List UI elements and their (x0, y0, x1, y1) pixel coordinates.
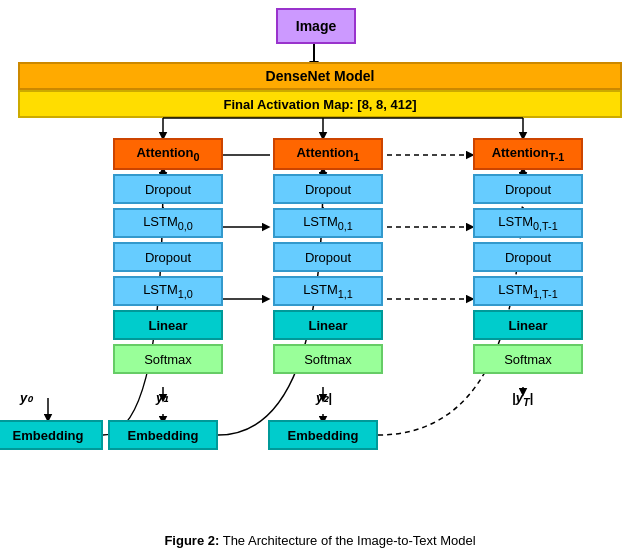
dropout-1-t1-box: Dropout (473, 242, 583, 272)
linear-0-label: Linear (148, 318, 187, 333)
embedding-col1-label: Embedding (288, 428, 359, 443)
embedding-y0-box: Embedding (0, 420, 103, 450)
dropout-1-1-label: Dropout (305, 250, 351, 265)
y1-label: y₁ (156, 390, 168, 405)
linear-1-label: Linear (308, 318, 347, 333)
image-box: Image (276, 8, 356, 44)
dropout-1-t1-label: Dropout (505, 250, 551, 265)
lstm-0-0-box: LSTM0,0 (113, 208, 223, 238)
softmax-t1-label: Softmax (504, 352, 552, 367)
y2-label: y₂| (316, 390, 332, 405)
image-label: Image (296, 18, 336, 34)
lstm-1-t1-box: LSTM1,T-1 (473, 276, 583, 306)
lstm-0-0-label: LSTM0,0 (143, 214, 193, 232)
lstm-1-0-box: LSTM1,0 (113, 276, 223, 306)
lstm-0-t1-label: LSTM0,T-1 (498, 214, 557, 232)
embedding-y0-label: Embedding (13, 428, 84, 443)
linear-1-box: Linear (273, 310, 383, 340)
dropout-0-0-box: Dropout (113, 174, 223, 204)
caption-rest: The Architecture of the Image-to-Text Mo… (219, 533, 475, 548)
activation-bar: Final Activation Map: [8, 8, 412] (18, 90, 622, 118)
attention-0-box: Attention0 (113, 138, 223, 170)
lstm-1-1-label: LSTM1,1 (303, 282, 353, 300)
column-2: AttentionT-1 Dropout LSTM0,T-1 Dropout L… (468, 138, 588, 374)
softmax-0-label: Softmax (144, 352, 192, 367)
lstm-1-0-label: LSTM1,0 (143, 282, 193, 300)
attention-t1-label: AttentionT-1 (492, 145, 565, 163)
lstm-1-1-box: LSTM1,1 (273, 276, 383, 306)
softmax-0-box: Softmax (113, 344, 223, 374)
arrow-image-densenet (313, 44, 315, 62)
y0-label: y₀ (20, 390, 32, 405)
softmax-t1-box: Softmax (473, 344, 583, 374)
column-0: Attention0 Dropout LSTM0,0 Dropout LSTM1… (108, 138, 228, 374)
dropout-0-0-label: Dropout (145, 182, 191, 197)
densenet-bar: DenseNet Model (18, 62, 622, 90)
embedding-col0-label: Embedding (128, 428, 199, 443)
figure-caption: Figure 2: The Architecture of the Image-… (0, 533, 640, 548)
attention-1-box: Attention1 (273, 138, 383, 170)
yt-label: |yT| (512, 390, 533, 408)
embedding-y0-container: Embedding (0, 420, 103, 450)
embedding-col0-box: Embedding (108, 420, 218, 450)
linear-0-box: Linear (113, 310, 223, 340)
dropout-0-1-label: Dropout (305, 182, 351, 197)
lstm-0-1-box: LSTM0,1 (273, 208, 383, 238)
linear-t1-label: Linear (508, 318, 547, 333)
dropout-1-1-box: Dropout (273, 242, 383, 272)
embedding-col1-container: Embedding (268, 420, 378, 450)
attention-t1-box: AttentionT-1 (473, 138, 583, 170)
diagram-container: Image DenseNet Model Final Activation Ma… (8, 8, 632, 524)
lstm-0-1-label: LSTM0,1 (303, 214, 353, 232)
embedding-col0-container: Embedding (108, 420, 218, 450)
caption-bold: Figure 2: (164, 533, 219, 548)
dropout-0-1-box: Dropout (273, 174, 383, 204)
lstm-1-t1-label: LSTM1,T-1 (498, 282, 557, 300)
softmax-1-box: Softmax (273, 344, 383, 374)
softmax-1-label: Softmax (304, 352, 352, 367)
dropout-1-0-box: Dropout (113, 242, 223, 272)
embedding-col1-box: Embedding (268, 420, 378, 450)
linear-t1-box: Linear (473, 310, 583, 340)
dropout-0-t1-box: Dropout (473, 174, 583, 204)
attention-0-label: Attention0 (136, 145, 199, 163)
column-1: Attention1 Dropout LSTM0,1 Dropout LSTM1… (268, 138, 388, 374)
dropout-0-t1-label: Dropout (505, 182, 551, 197)
densenet-label: DenseNet Model (266, 68, 375, 84)
activation-label: Final Activation Map: [8, 8, 412] (223, 97, 416, 112)
lstm-0-t1-box: LSTM0,T-1 (473, 208, 583, 238)
dropout-1-0-label: Dropout (145, 250, 191, 265)
attention-1-label: Attention1 (296, 145, 359, 163)
